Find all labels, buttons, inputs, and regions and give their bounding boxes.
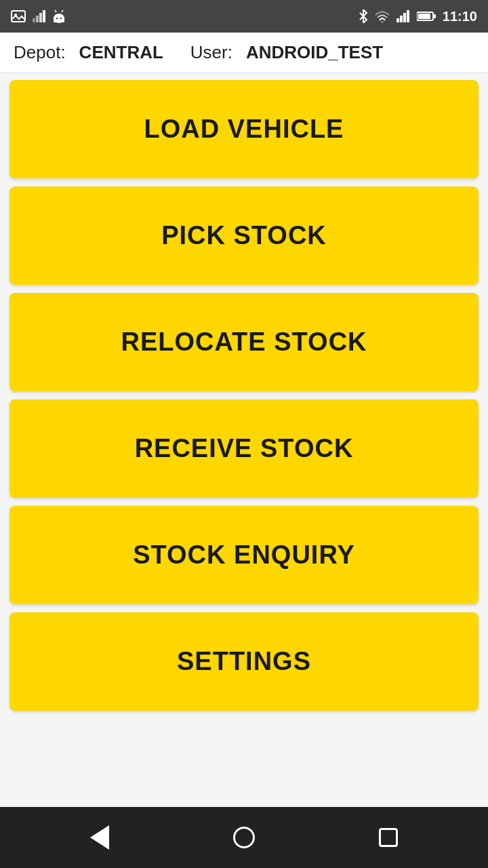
pick-stock-button[interactable]: PICK STOCK: [9, 186, 479, 285]
svg-rect-4: [39, 13, 42, 22]
svg-rect-14: [400, 16, 403, 22]
depot-label: Depot:: [14, 42, 66, 63]
svg-rect-5: [43, 10, 45, 22]
battery-icon: [417, 11, 436, 22]
load-vehicle-button[interactable]: LOAD VEHICLE: [9, 80, 479, 178]
main-menu: LOAD VEHICLE PICK STOCK RELOCATE STOCK R…: [0, 73, 488, 807]
svg-rect-15: [403, 13, 406, 22]
signal2-icon: [396, 10, 410, 22]
status-bar: 11:10: [0, 0, 488, 33]
svg-line-10: [55, 10, 56, 12]
svg-rect-19: [434, 14, 436, 18]
receive-stock-button[interactable]: RECEIVE STOCK: [9, 399, 479, 498]
user-value: ANDROID_TEST: [246, 42, 383, 63]
nav-bar: [0, 807, 488, 868]
svg-rect-0: [12, 11, 25, 22]
status-right-icons: 11:10: [359, 9, 477, 24]
status-left-icons: [11, 9, 65, 23]
svg-rect-7: [54, 17, 64, 22]
svg-rect-3: [36, 16, 39, 22]
home-button[interactable]: [224, 817, 264, 858]
svg-rect-2: [33, 18, 35, 22]
svg-point-12: [381, 22, 383, 23]
image-icon: [11, 10, 26, 22]
recents-button[interactable]: [368, 817, 409, 858]
status-time: 11:10: [443, 9, 477, 24]
signal-icon: [33, 10, 46, 22]
wifi-icon: [375, 10, 390, 22]
svg-rect-18: [418, 14, 430, 19]
svg-point-9: [60, 18, 62, 19]
back-icon: [90, 825, 109, 850]
svg-rect-16: [407, 10, 409, 22]
recents-icon: [379, 828, 398, 847]
depot-value: CENTRAL: [79, 42, 163, 63]
user-label: User:: [190, 42, 232, 63]
svg-rect-13: [396, 18, 399, 22]
header: Depot: CENTRAL User: ANDROID_TEST: [0, 33, 488, 73]
settings-button[interactable]: SETTINGS: [9, 612, 479, 711]
svg-line-11: [62, 10, 63, 12]
relocate-stock-button[interactable]: RELOCATE STOCK: [9, 293, 479, 391]
android-icon: [53, 9, 65, 23]
stock-enquiry-button[interactable]: STOCK ENQUIRY: [9, 506, 479, 604]
svg-point-8: [56, 18, 58, 19]
home-icon: [233, 827, 255, 848]
bluetooth-icon: [359, 9, 368, 23]
back-button[interactable]: [79, 817, 120, 858]
